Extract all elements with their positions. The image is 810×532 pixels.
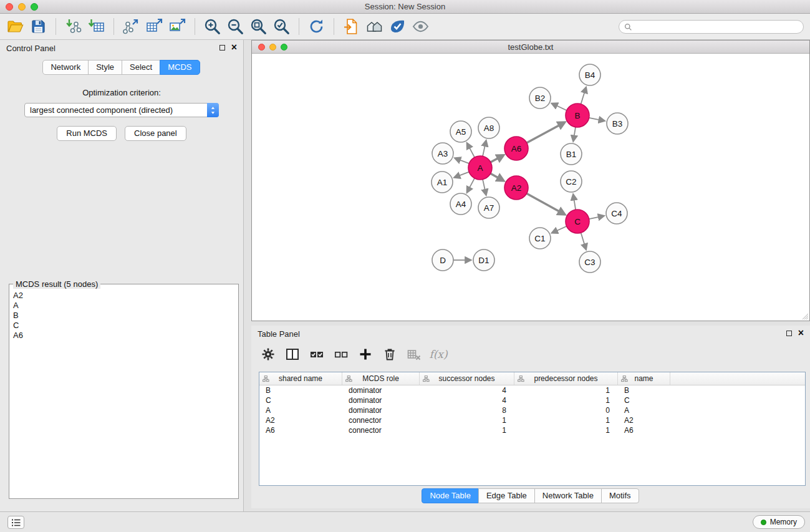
node-B2[interactable]: B2 bbox=[529, 87, 551, 109]
deselect-all-button[interactable] bbox=[330, 344, 352, 365]
table-row[interactable]: Bdominator41B bbox=[259, 385, 805, 395]
fx-button[interactable]: f(x) bbox=[428, 344, 449, 365]
column-header-shared-name[interactable]: shared name bbox=[259, 372, 342, 385]
tab-style[interactable]: Style bbox=[88, 60, 122, 75]
memory-button[interactable]: Memory bbox=[753, 515, 805, 529]
run-mcds-button[interactable]: Run MCDS bbox=[57, 126, 117, 141]
tab-network-table[interactable]: Network Table bbox=[534, 488, 602, 503]
style-check-button[interactable] bbox=[386, 15, 409, 38]
document-export-button[interactable] bbox=[340, 15, 363, 38]
import-network-button[interactable] bbox=[62, 15, 85, 38]
node-A[interactable]: A bbox=[468, 156, 492, 180]
column-header-mcds-role[interactable]: MCDS role bbox=[342, 372, 420, 385]
tab-mcds[interactable]: MCDS bbox=[160, 60, 200, 75]
node-A7[interactable]: A7 bbox=[478, 197, 499, 218]
node-A5[interactable]: A5 bbox=[450, 121, 471, 142]
node-A2[interactable]: A2 bbox=[504, 176, 528, 200]
edge-B-B1[interactable] bbox=[574, 127, 576, 141]
refresh-button[interactable] bbox=[305, 15, 328, 38]
tab-edge-table[interactable]: Edge Table bbox=[478, 488, 535, 503]
edge-A-A8[interactable] bbox=[483, 142, 486, 157]
tab-network[interactable]: Network bbox=[42, 60, 89, 75]
float-control-panel-button[interactable] bbox=[219, 45, 225, 51]
panel-list-button[interactable] bbox=[7, 516, 24, 529]
home-button[interactable] bbox=[363, 15, 386, 38]
result-item[interactable]: A bbox=[13, 301, 234, 311]
result-item[interactable]: A6 bbox=[13, 331, 234, 341]
column-header-successor-nodes[interactable]: successor nodes bbox=[420, 372, 514, 385]
edge-B-B2[interactable] bbox=[552, 104, 567, 110]
export-table-button[interactable] bbox=[143, 15, 166, 38]
node-C[interactable]: C bbox=[566, 210, 589, 233]
delete-column-button[interactable] bbox=[403, 344, 425, 365]
node-C3[interactable]: C3 bbox=[579, 251, 600, 273]
node-B3[interactable]: B3 bbox=[607, 113, 628, 134]
tab-node-table[interactable]: Node Table bbox=[422, 488, 479, 503]
open-folder-button[interactable] bbox=[4, 15, 27, 38]
export-image-button[interactable] bbox=[166, 15, 189, 38]
node-B1[interactable]: B1 bbox=[561, 143, 582, 165]
result-item[interactable]: C bbox=[13, 321, 234, 331]
search-input[interactable] bbox=[632, 22, 803, 31]
edge-A-A1[interactable] bbox=[455, 172, 470, 178]
node-A4[interactable]: A4 bbox=[450, 193, 471, 215]
node-C4[interactable]: C4 bbox=[606, 203, 627, 224]
export-network-button[interactable] bbox=[120, 15, 143, 38]
zoom-out-button[interactable] bbox=[224, 15, 247, 38]
criterion-select[interactable]: largest connected component (directed) bbox=[24, 103, 219, 117]
result-item[interactable]: A2 bbox=[13, 291, 234, 301]
close-control-panel-button[interactable]: × bbox=[231, 44, 237, 51]
edge-B-B3[interactable] bbox=[589, 118, 604, 121]
zoom-selected-button[interactable] bbox=[270, 15, 293, 38]
table-row[interactable]: Adominator80A bbox=[259, 405, 805, 415]
network-window-titlebar[interactable]: testGlobe.txt bbox=[252, 41, 809, 54]
add-button[interactable] bbox=[355, 344, 376, 365]
node-D1[interactable]: D1 bbox=[473, 249, 494, 271]
node-B[interactable]: B bbox=[566, 104, 589, 127]
result-item[interactable]: B bbox=[13, 311, 234, 321]
tab-select[interactable]: Select bbox=[122, 60, 160, 75]
edge-A-A2[interactable] bbox=[491, 173, 503, 180]
node-A8[interactable]: A8 bbox=[478, 117, 499, 138]
column-header-predecessor-nodes[interactable]: predecessor nodes bbox=[514, 372, 618, 385]
search-box[interactable] bbox=[619, 20, 804, 34]
edge-A-A6[interactable] bbox=[491, 155, 503, 162]
close-table-panel-button[interactable]: × bbox=[798, 330, 804, 336]
table-row[interactable]: A2connector11A2 bbox=[259, 415, 805, 425]
tab-motifs[interactable]: Motifs bbox=[601, 488, 639, 503]
edge-C-C4[interactable] bbox=[589, 216, 604, 219]
zoom-fit-button[interactable] bbox=[247, 15, 270, 38]
node-A6[interactable]: A6 bbox=[504, 137, 528, 160]
trash-button[interactable] bbox=[379, 344, 400, 365]
edge-A6-B[interactable] bbox=[527, 122, 564, 143]
resize-grip-icon[interactable] bbox=[801, 312, 809, 320]
column-header-name[interactable]: name bbox=[618, 372, 670, 385]
eye-button[interactable] bbox=[409, 15, 432, 38]
node-D[interactable]: D bbox=[432, 249, 453, 271]
table-row[interactable]: A6connector11A6 bbox=[259, 425, 805, 435]
edge-A2-C[interactable] bbox=[527, 193, 564, 214]
node-A1[interactable]: A1 bbox=[432, 172, 453, 193]
edge-A-A4[interactable] bbox=[467, 178, 475, 192]
columns-button[interactable] bbox=[282, 344, 303, 365]
close-panel-button[interactable]: Close panel bbox=[125, 126, 186, 141]
node-B4[interactable]: B4 bbox=[579, 64, 600, 85]
node-C1[interactable]: C1 bbox=[529, 228, 551, 249]
edge-A-A3[interactable] bbox=[456, 158, 470, 163]
table-row[interactable]: Cdominator41C bbox=[259, 395, 805, 405]
edge-C-C3[interactable] bbox=[581, 233, 586, 249]
edge-A-A5[interactable] bbox=[467, 143, 475, 157]
zoom-in-button[interactable] bbox=[201, 15, 224, 38]
gear-button[interactable] bbox=[258, 344, 279, 365]
edge-C-C2[interactable] bbox=[573, 195, 576, 210]
network-graph[interactable]: B4B2BB3A5A8A6A3B1AC2A1A2A4A7C4CC1DD1C3 bbox=[252, 54, 809, 321]
node-A3[interactable]: A3 bbox=[432, 143, 453, 164]
edge-B-B4[interactable] bbox=[581, 88, 586, 104]
node-C2[interactable]: C2 bbox=[561, 171, 582, 192]
edge-A-A7[interactable] bbox=[483, 180, 486, 195]
import-table-button[interactable] bbox=[85, 15, 108, 38]
edge-C-C1[interactable] bbox=[552, 226, 567, 233]
float-table-panel-button[interactable] bbox=[786, 331, 792, 336]
select-all-button[interactable] bbox=[306, 344, 327, 365]
save-button[interactable] bbox=[27, 15, 50, 38]
